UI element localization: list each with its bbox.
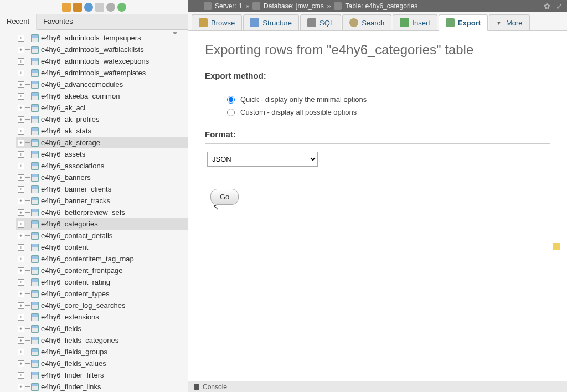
- expand-icon[interactable]: +: [18, 140, 24, 146]
- table-label[interactable]: e4hy6_ak_profiles: [41, 115, 100, 123]
- expand-icon[interactable]: +: [18, 105, 24, 111]
- tab-favorites[interactable]: Favorites: [37, 14, 80, 29]
- table-row[interactable]: +e4hy6_contact_details: [16, 230, 188, 241]
- expand-icon[interactable]: +: [18, 174, 24, 181]
- tab-browse[interactable]: Browse: [192, 14, 242, 30]
- table-row[interactable]: +e4hy6_advancedmodules: [16, 79, 188, 90]
- expand-icon[interactable]: +: [18, 209, 24, 216]
- table-label[interactable]: e4hy6_contentitem_tag_map: [41, 255, 134, 263]
- table-label[interactable]: e4hy6_associations: [41, 162, 104, 170]
- table-label[interactable]: e4hy6_contact_details: [41, 231, 112, 240]
- table-label[interactable]: e4hy6_finder_filters: [41, 371, 104, 379]
- table-label[interactable]: e4hy6_akeeba_common: [41, 92, 120, 100]
- table-row[interactable]: +e4hy6_banner_tracks: [16, 195, 188, 207]
- table-row[interactable]: +e4hy6_banner_clients: [16, 183, 188, 195]
- breadcrumb-table-value[interactable]: e4hy6_categories: [365, 2, 417, 10]
- expand-icon[interactable]: +: [18, 314, 24, 321]
- gear-icon[interactable]: ✿: [544, 2, 550, 11]
- expand-icon[interactable]: +: [18, 291, 24, 297]
- table-label[interactable]: e4hy6_content: [41, 243, 88, 251]
- expand-icon[interactable]: +: [18, 58, 24, 65]
- expand-icon[interactable]: +: [18, 360, 24, 367]
- expand-icon[interactable]: +: [18, 47, 24, 53]
- expand-icon[interactable]: +: [18, 116, 24, 123]
- table-tree[interactable]: +e4hy6_admintools_tempsupers+e4hy6_admin…: [0, 30, 188, 392]
- bookmark-icon[interactable]: [553, 243, 560, 250]
- table-row[interactable]: +e4hy6_admintools_waftemplates: [16, 67, 188, 79]
- table-label[interactable]: e4hy6_fields_categories: [41, 336, 118, 344]
- table-row[interactable]: +e4hy6_content_types: [16, 288, 188, 300]
- table-label[interactable]: e4hy6_ak_acl: [41, 104, 85, 112]
- table-row[interactable]: +e4hy6_content: [16, 241, 188, 253]
- table-row[interactable]: +e4hy6_admintools_wafexceptions: [16, 55, 188, 67]
- tab-search[interactable]: Search: [342, 14, 391, 30]
- expand-icon[interactable]: +: [18, 93, 24, 100]
- table-row[interactable]: +e4hy6_content_rating: [16, 276, 188, 288]
- table-row[interactable]: +e4hy6_fields_values: [16, 358, 188, 369]
- expand-icon[interactable]: +: [18, 233, 24, 239]
- table-row[interactable]: +e4hy6_fields_groups: [16, 346, 188, 358]
- table-label[interactable]: e4hy6_content_frontpage: [41, 266, 122, 275]
- table-row[interactable]: +e4hy6_admintools_wafblacklists: [16, 44, 188, 55]
- exit-icon[interactable]: ⤢: [556, 2, 563, 11]
- breadcrumb-db-value[interactable]: jmw_cms: [296, 2, 324, 10]
- go-button[interactable]: Go: [210, 189, 239, 205]
- table-label[interactable]: e4hy6_banner_clients: [41, 185, 111, 193]
- table-label[interactable]: e4hy6_extensions: [41, 313, 99, 321]
- expand-icon[interactable]: +: [18, 302, 24, 309]
- tab-insert[interactable]: Insert: [393, 14, 437, 30]
- table-label[interactable]: e4hy6_banners: [41, 173, 91, 182]
- table-row[interactable]: +e4hy6_akeeba_common: [16, 90, 188, 102]
- table-label[interactable]: e4hy6_ak_stats: [41, 127, 91, 135]
- table-row[interactable]: +e4hy6_fields_categories: [16, 334, 188, 346]
- table-label[interactable]: e4hy6_ak_storage: [41, 138, 100, 147]
- expand-icon[interactable]: +: [18, 70, 24, 76]
- tab-structure[interactable]: Structure: [243, 14, 299, 30]
- expand-icon[interactable]: +: [18, 163, 24, 169]
- expand-icon[interactable]: +: [18, 256, 24, 262]
- expand-icon[interactable]: +: [18, 151, 24, 158]
- table-label[interactable]: e4hy6_admintools_tempsupers: [41, 34, 141, 42]
- tab-export[interactable]: Export: [439, 14, 488, 31]
- logout-icon[interactable]: [73, 3, 82, 12]
- expand-icon[interactable]: +: [18, 349, 24, 355]
- expand-icon[interactable]: +: [18, 198, 24, 204]
- table-row[interactable]: +e4hy6_fields: [16, 323, 188, 334]
- table-label[interactable]: e4hy6_betterpreview_sefs: [41, 208, 125, 216]
- radio-quick[interactable]: [227, 96, 235, 104]
- table-label[interactable]: e4hy6_banner_tracks: [41, 197, 110, 205]
- home-icon[interactable]: [62, 3, 71, 12]
- reload-icon[interactable]: [117, 3, 126, 12]
- expand-icon[interactable]: +: [18, 337, 24, 344]
- table-row[interactable]: +e4hy6_ak_profiles: [16, 114, 188, 125]
- radio-quick-label[interactable]: Quick - display only the minimal options: [240, 95, 367, 104]
- table-row[interactable]: +e4hy6_admintools_tempsupers: [16, 32, 188, 44]
- table-row[interactable]: +e4hy6_banners: [16, 172, 188, 183]
- expand-icon[interactable]: +: [18, 372, 24, 379]
- table-row[interactable]: +e4hy6_betterpreview_sefs: [16, 207, 188, 218]
- table-row[interactable]: +e4hy6_associations: [16, 160, 188, 172]
- expand-icon[interactable]: +: [18, 128, 24, 135]
- expand-icon[interactable]: +: [18, 267, 24, 274]
- tab-sql[interactable]: SQL: [300, 14, 341, 30]
- docs-icon[interactable]: [84, 3, 93, 12]
- table-row[interactable]: +e4hy6_ak_acl: [16, 102, 188, 114]
- table-label[interactable]: e4hy6_content_types: [41, 290, 110, 298]
- expand-icon[interactable]: +: [18, 244, 24, 251]
- expand-icon[interactable]: +: [18, 186, 24, 193]
- table-row[interactable]: +e4hy6_extensions: [16, 311, 188, 323]
- tab-recent[interactable]: Recent: [0, 14, 37, 30]
- table-label[interactable]: e4hy6_assets: [41, 150, 85, 158]
- settings-icon[interactable]: [106, 3, 115, 12]
- format-select[interactable]: JSON: [207, 152, 318, 167]
- expand-icon[interactable]: +: [18, 81, 24, 88]
- table-row[interactable]: +e4hy6_contentitem_tag_map: [16, 253, 188, 265]
- navigation-icon[interactable]: [95, 3, 104, 12]
- table-row[interactable]: +e4hy6_finder_links: [16, 381, 188, 392]
- expand-icon[interactable]: +: [18, 279, 24, 286]
- table-row[interactable]: +e4hy6_ak_stats: [16, 125, 188, 137]
- table-row[interactable]: +e4hy6_categories: [16, 218, 188, 230]
- table-label[interactable]: e4hy6_categories: [41, 220, 98, 228]
- radio-custom-label[interactable]: Custom - display all possible options: [240, 108, 357, 116]
- table-row[interactable]: +e4hy6_content_frontpage: [16, 265, 188, 276]
